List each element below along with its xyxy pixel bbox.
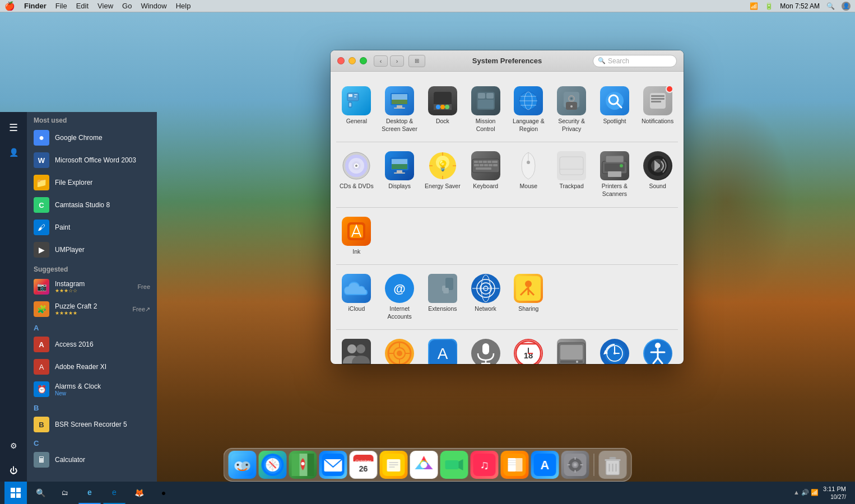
back-button[interactable]: ‹ (374, 55, 388, 67)
svg-marker-155 (292, 454, 300, 476)
forward-button[interactable]: › (390, 55, 404, 67)
pref-desktop-screensaver[interactable]: Desktop & Screen Saver (379, 82, 420, 137)
dock-music[interactable]: ♫ (471, 451, 499, 479)
rail-icon-power[interactable]: ⏻ (2, 459, 25, 482)
app-puzzle-craft[interactable]: 🧩 Puzzle Craft 2 ★★★★★ Free↗ (27, 298, 157, 320)
app-instagram[interactable]: 📷 Instagram ★★★☆☆ Free (27, 276, 157, 298)
app-camtasia[interactable]: C Camtasia Studio 8 (27, 194, 157, 216)
app-alarms[interactable]: ⏰ Alarms & Clock New (27, 378, 157, 400)
svg-point-100 (525, 281, 532, 287)
pref-mouse[interactable]: Mouse (508, 147, 549, 202)
app-adobe-reader[interactable]: A Adobe Reader XI (27, 356, 157, 378)
app-google-chrome[interactable]: ● Google Chrome (27, 127, 157, 149)
displays-icon (385, 151, 414, 180)
app-file-explorer[interactable]: 📁 File Explorer (27, 171, 157, 194)
taskbar-search[interactable]: 🔍 (29, 482, 52, 504)
close-button[interactable] (337, 57, 345, 64)
app-paint[interactable]: 🖌 Paint (27, 216, 157, 239)
pref-cds-dvds[interactable]: CDs & DVDs (336, 147, 377, 202)
pref-dictation-speech[interactable]: Dictation & Speech (465, 334, 506, 364)
pref-accessibility[interactable]: Accessibility (637, 334, 678, 364)
pref-sound[interactable]: Sound (637, 147, 678, 202)
pref-sharing[interactable]: Sharing (508, 269, 549, 325)
svg-rect-190 (575, 457, 576, 460)
pref-parental-controls[interactable]: Parental Controls (379, 334, 420, 364)
pref-notifications[interactable]: Notifications (637, 82, 678, 137)
rail-icon-hamburger[interactable]: ☰ (2, 116, 25, 139)
pref-displays[interactable]: Displays (379, 147, 420, 202)
pref-mission-control[interactable]: Mission Control (465, 82, 506, 137)
pref-energy-saver[interactable]: 💡 Energy Saver (422, 147, 463, 202)
pref-security-privacy[interactable]: Security & Privacy (551, 82, 592, 137)
menu-go[interactable]: Go (122, 2, 132, 10)
alpha-c: C (27, 436, 157, 449)
menubar-user-icon[interactable]: 👤 (842, 2, 851, 11)
win-start-button[interactable] (4, 482, 27, 504)
maximize-button[interactable] (360, 57, 367, 64)
minimize-button[interactable] (348, 57, 356, 64)
svg-rect-203 (16, 493, 21, 498)
dock-calendar[interactable]: 26 October (350, 451, 378, 479)
syspref-body: General Desktop & Screen (331, 72, 684, 364)
app-access[interactable]: A Access 2016 (27, 333, 157, 356)
dock-books[interactable] (501, 451, 529, 479)
pref-internet-accounts[interactable]: @ Internet Accounts (379, 269, 420, 325)
menu-file[interactable]: File (55, 2, 67, 10)
pref-keyboard[interactable]: Keyboard (465, 147, 506, 202)
svg-rect-8 (392, 94, 407, 100)
pref-dock[interactable]: Dock (422, 82, 463, 137)
taskbar-ie[interactable]: e (103, 482, 126, 504)
adobe-label: Adobe Reader XI (55, 363, 106, 371)
svg-rect-49 (397, 170, 402, 172)
taskbar-taskview[interactable]: 🗂 (54, 482, 76, 504)
dock-maps[interactable] (289, 451, 317, 479)
pref-ink[interactable]: Ink (336, 212, 377, 260)
dock-safari[interactable] (259, 451, 287, 479)
taskbar-edge[interactable]: e (78, 482, 101, 504)
app-word[interactable]: W Microsoft Office Word 2003 (27, 149, 157, 171)
taskbar-icons: 🔍 🗂 e e 🦊 ● (29, 482, 175, 504)
menu-window[interactable]: Window (141, 2, 166, 10)
pref-icloud[interactable]: iCloud (336, 269, 377, 325)
svg-text:💡: 💡 (436, 160, 449, 172)
dock-photos[interactable] (410, 451, 438, 479)
app-calculator[interactable]: 🖩 Calculator (27, 449, 157, 471)
svg-rect-200 (11, 488, 15, 492)
pref-startup-disk[interactable]: Startup Disk (551, 334, 592, 364)
taskbar-chrome[interactable]: ● (152, 482, 175, 504)
pref-trackpad[interactable]: Trackpad (551, 147, 592, 202)
apple-menu[interactable]: 🍎 (4, 1, 15, 11)
pref-general[interactable]: General (336, 82, 377, 137)
pref-users-groups[interactable]: Users & Groups (336, 334, 377, 364)
pref-extensions[interactable]: Extensions (422, 269, 463, 325)
rail-icon-settings[interactable]: ⚙ (2, 435, 25, 457)
dock-appstore[interactable]: A (531, 451, 559, 479)
pref-app-store[interactable]: A App Store (422, 334, 463, 364)
dock-trash[interactable] (599, 451, 627, 479)
pref-time-machine[interactable]: Time Machine (594, 334, 635, 364)
dock-mail[interactable] (319, 451, 347, 479)
pref-spotlight[interactable]: Spotlight (594, 82, 635, 137)
dock-notes[interactable] (380, 451, 408, 479)
syspref-search[interactable]: 🔍 Search (593, 55, 677, 67)
dock-syspref[interactable] (561, 451, 589, 479)
grid-view-button[interactable]: ⊞ (408, 55, 425, 67)
pref-date-time[interactable]: 18 Date & Time (508, 334, 549, 364)
svg-point-15 (440, 105, 445, 109)
dock-finder[interactable] (229, 451, 257, 479)
svg-text:@: @ (393, 282, 405, 296)
rail-icon-user[interactable]: 👤 (2, 141, 25, 164)
dock-facetime[interactable] (440, 451, 468, 479)
app-umplayer[interactable]: ▶ UMPlayer (27, 239, 157, 261)
menubar-search-icon[interactable]: 🔍 (826, 2, 835, 10)
taskbar-firefox[interactable]: 🦊 (128, 482, 150, 504)
pref-network[interactable]: Network (465, 269, 506, 325)
pref-language-region[interactable]: Language & Region (508, 82, 549, 137)
app-bsr[interactable]: B BSR Screen Recorder 5 (27, 413, 157, 436)
menu-view[interactable]: View (97, 2, 113, 10)
menu-finder[interactable]: Finder (24, 2, 47, 10)
svg-rect-174 (445, 460, 459, 469)
menu-edit[interactable]: Edit (76, 2, 89, 10)
menu-help[interactable]: Help (176, 2, 191, 10)
pref-printers-scanners[interactable]: Printers & Scanners (594, 147, 635, 202)
